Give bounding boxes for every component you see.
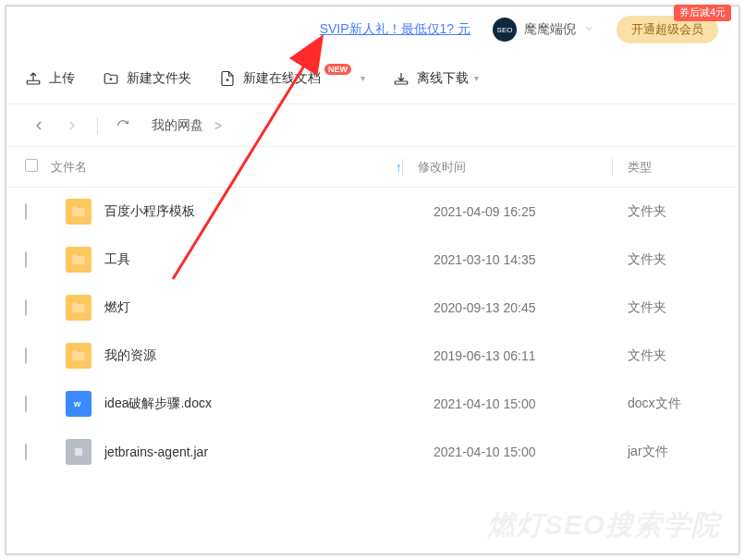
table-header: 文件名 ↑ 修改时间 类型 [6, 147, 739, 188]
file-type: docx文件 [628, 396, 720, 412]
file-type: 文件夹 [628, 203, 720, 220]
new-badge: NEW [324, 64, 351, 75]
file-name: jetbrains-agent.jar [104, 444, 434, 459]
column-name-label: 文件名 [51, 159, 87, 176]
offline-download-label: 离线下载 [417, 70, 469, 87]
svg-text:W: W [74, 400, 81, 408]
file-type: 文件夹 [628, 347, 720, 364]
table-row[interactable]: 燃灯2020-09-13 20:45文件夹 [6, 284, 739, 332]
table-row[interactable]: 百度小程序模板2021-04-09 16:25文件夹 [6, 188, 739, 236]
file-modified: 2020-09-13 20:45 [434, 300, 628, 315]
row-checkbox[interactable] [25, 252, 51, 267]
row-checkbox[interactable] [25, 204, 51, 219]
file-name: idea破解步骤.docx [104, 396, 434, 412]
new-doc-label: 新建在线文档 [243, 70, 321, 87]
divider [402, 159, 403, 176]
download-icon [393, 70, 409, 87]
column-type[interactable]: 类型 [628, 159, 720, 176]
user-menu[interactable]: SEO 麾麾端倪 [493, 18, 594, 42]
offline-download-button[interactable]: 离线下载 ▾ [393, 70, 479, 87]
new-doc-button[interactable]: 新建在线文档 NEW ▾ [219, 70, 365, 87]
file-type: 文件夹 [628, 299, 720, 316]
nav-forward-button[interactable] [58, 112, 86, 140]
action-toolbar: 上传 新建文件夹 新建在线文档 NEW ▾ 离线下载 ▾ [6, 53, 739, 104]
divider [612, 159, 613, 176]
file-name: 工具 [104, 251, 434, 268]
row-checkbox[interactable] [25, 396, 51, 411]
new-doc-icon [219, 70, 236, 87]
open-vip-button[interactable]: 开通超级会员 券后减4元 [617, 16, 718, 43]
table-row[interactable]: 工具2021-03-10 14:35文件夹 [6, 236, 739, 284]
open-vip-label: 开通超级会员 [631, 22, 703, 36]
upload-label: 上传 [49, 70, 75, 87]
folder-icon [66, 199, 92, 225]
file-modified: 2021-04-09 16:25 [434, 204, 628, 219]
breadcrumb: 我的网盘 > [6, 104, 739, 147]
row-checkbox[interactable] [25, 300, 51, 315]
file-type: 文件夹 [628, 251, 720, 268]
svg-rect-3 [75, 448, 82, 456]
file-name: 百度小程序模板 [104, 203, 434, 220]
new-folder-button[interactable]: 新建文件夹 [103, 70, 191, 87]
app-header: SVIP新人礼！最低仅1? 元 SEO 麾麾端倪 开通超级会员 券后减4元 [6, 6, 739, 53]
docx-icon: W [66, 391, 92, 417]
new-folder-label: 新建文件夹 [127, 70, 191, 87]
table-row[interactable]: jetbrains-agent.jar2021-04-10 15:00jar文件 [6, 428, 739, 476]
file-modified: 2021-03-10 14:35 [434, 252, 628, 267]
upload-icon [25, 70, 42, 87]
user-name-label: 麾麾端倪 [524, 21, 576, 38]
svip-promo-link[interactable]: SVIP新人礼！最低仅1? 元 [320, 21, 470, 38]
avatar: SEO [493, 18, 517, 42]
file-list: 百度小程序模板2021-04-09 16:25文件夹工具2021-03-10 1… [6, 188, 739, 476]
folder-icon [66, 343, 92, 369]
file-modified: 2021-04-10 15:00 [434, 396, 628, 411]
file-type: jar文件 [628, 444, 720, 460]
column-name[interactable]: 文件名 ↑ [51, 159, 402, 176]
row-checkbox[interactable] [25, 444, 51, 459]
folder-icon [66, 247, 92, 273]
row-checkbox[interactable] [25, 348, 51, 363]
watermark: 燃灯SEO搜索学院 [487, 506, 720, 544]
svg-rect-0 [27, 80, 40, 84]
folder-icon [66, 295, 92, 321]
column-modified[interactable]: 修改时间 [418, 159, 612, 176]
file-modified: 2021-04-10 15:00 [434, 444, 628, 459]
svg-rect-1 [395, 81, 408, 84]
jar-icon [66, 439, 92, 465]
vip-discount-badge: 券后减4元 [674, 5, 731, 21]
select-all-checkbox[interactable] [25, 159, 51, 175]
chevron-down-icon: ▾ [360, 73, 365, 83]
divider [97, 117, 98, 134]
file-name: 燃灯 [104, 299, 434, 316]
table-row[interactable]: 我的资源2019-06-13 06:11文件夹 [6, 332, 739, 380]
file-modified: 2019-06-13 06:11 [434, 348, 628, 363]
new-folder-icon [103, 70, 119, 87]
breadcrumb-location[interactable]: 我的网盘 [152, 117, 203, 134]
sort-asc-icon: ↑ [396, 160, 402, 175]
file-name: 我的资源 [104, 347, 434, 364]
upload-button[interactable]: 上传 [25, 70, 75, 87]
table-row[interactable]: Widea破解步骤.docx2021-04-10 15:00docx文件 [6, 380, 739, 428]
breadcrumb-sep: > [214, 118, 222, 133]
chevron-down-icon [583, 22, 594, 37]
nav-back-button[interactable] [25, 112, 53, 140]
chevron-down-icon: ▾ [474, 73, 479, 83]
refresh-button[interactable] [109, 112, 137, 140]
